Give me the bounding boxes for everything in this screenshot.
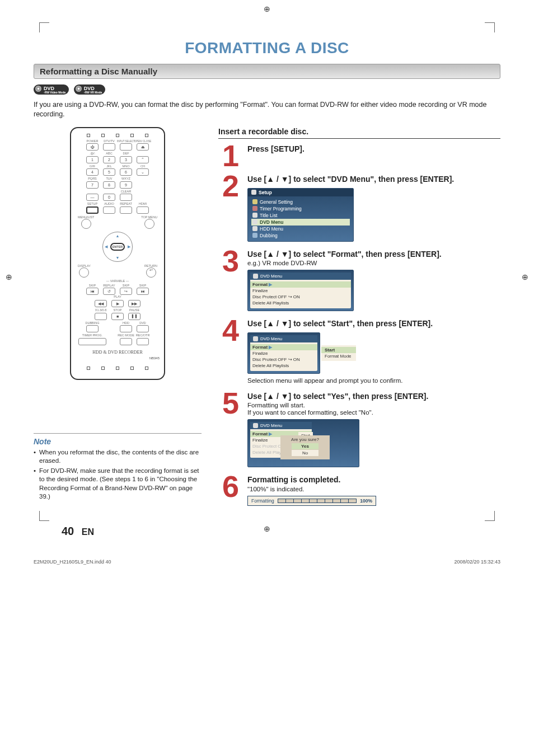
step-number: 4: [218, 319, 243, 384]
step-title: Press [SETUP].: [247, 144, 500, 154]
step-number: 1: [218, 144, 243, 167]
crop-mark-icon: ⊕: [522, 273, 528, 281]
nav-pad: ENTER ▲▼◀▶: [102, 232, 133, 262]
crop-mark-icon: ⊕: [6, 273, 12, 281]
enter-button: ENTER: [110, 243, 125, 251]
step-title: Use [▲ / ▼] to select "Yes", then press …: [247, 392, 500, 402]
remote-model: NB345: [76, 356, 160, 360]
dvd-rw-video-badge: DVD -RW Video Mode: [34, 84, 69, 95]
remote-brand: HDD & DVD RECORDER: [76, 350, 160, 355]
confirm-osd: DVD Menu Format ▶ Finalize Disc Protect …: [247, 419, 359, 467]
insert-disc-header: Insert a recordable disc.: [218, 127, 500, 136]
print-metadata: E2M20UD_H2160SL9_EN.indd 40 2008/02/20 1…: [0, 555, 534, 570]
formatting-progress-bar: Formatting 100%: [247, 496, 376, 506]
step-subtitle: e.g.) VR mode DVD-RW: [247, 260, 500, 266]
crop-mark-icon: ⊕: [264, 524, 270, 533]
disc-type-badges: DVD -RW Video Mode DVD -RW VR Mode: [34, 84, 500, 96]
gear-icon: [251, 190, 256, 195]
step-number: 5: [218, 392, 243, 468]
step-1: 1 Press [SETUP].: [218, 144, 500, 167]
crop-corner-icon: [39, 510, 50, 521]
step-subtitle: Formatting will start.: [247, 402, 500, 408]
step-number: 3: [218, 250, 243, 312]
folder-icon: [252, 199, 257, 204]
note-title: Note: [34, 437, 202, 446]
step-4: 4 Use [▲ / ▼] to select "Start", then pr…: [218, 319, 500, 384]
list-icon: [252, 213, 257, 218]
dvd-rw-vr-badge: DVD -RW VR Mode: [74, 84, 106, 95]
step-5: 5 Use [▲ / ▼] to select "Yes", then pres…: [218, 392, 500, 468]
step-title: Use [▲ / ▼] to select "Format", then pre…: [247, 250, 500, 260]
setup-button: [86, 206, 99, 214]
step-number: 6: [218, 475, 243, 506]
note-item: When you reformat the disc, the contents…: [34, 448, 202, 466]
hdd-icon: [252, 226, 257, 231]
dvd-menu-start-osd: DVD Menu Format ▶ Finalize Disc Protect …: [247, 332, 320, 374]
step-title: Formatting is completed.: [247, 475, 500, 485]
disc-icon: [253, 423, 258, 428]
note-item: For DVD-RW, make sure that the recording…: [34, 467, 202, 501]
section-header: Reformatting a Disc Manually: [34, 64, 500, 79]
dubbing-icon: [252, 233, 257, 238]
crop-corner-icon: [484, 510, 495, 521]
step-title: Use [▲ / ▼] to select "Start", then pres…: [247, 319, 500, 329]
dvd-menu-osd: DVD Menu Format ▶ Finalize Disc Protect …: [247, 270, 354, 311]
page-title: FORMATTING A DISC: [34, 39, 500, 57]
crop-corner-icon: [484, 22, 495, 34]
step-after-text: Selection menu will appear and prompt yo…: [247, 377, 500, 384]
page-number: 40: [62, 525, 74, 537]
step-2: 2 Use [▲ / ▼] to select "DVD Menu", then…: [218, 175, 500, 242]
note-box: Note When you reformat the disc, the con…: [34, 433, 202, 501]
intro-text: If you are using a DVD-RW, you can forma…: [34, 100, 500, 119]
start-panel: Start Format Mode: [321, 345, 356, 361]
step-number: 2: [218, 175, 243, 242]
source-file: E2M20UD_H2160SL9_EN.indd 40: [34, 559, 111, 565]
step-6: 6 Formatting is completed. "100%" is ind…: [218, 475, 500, 506]
timer-icon: [252, 206, 257, 211]
setup-menu-osd: Setup General Setting Timer Programming …: [247, 188, 354, 242]
disc-icon: [253, 336, 258, 341]
print-timestamp: 2008/02/20 15:32:43: [454, 559, 500, 565]
step-title: Use [▲ / ▼] to select "DVD Menu", then p…: [247, 175, 500, 185]
step-subtitle: If you want to cancel formatting, select…: [247, 409, 500, 416]
crop-corner-icon: [39, 22, 50, 34]
step-subtitle: "100%" is indicated.: [247, 486, 500, 492]
step-3: 3 Use [▲ / ▼] to select "Format", then p…: [218, 250, 500, 312]
remote-control-illustration: POWER⏻ DTV/TV INPUT SELECT OPEN/ CLOSE⏏ …: [70, 127, 165, 380]
crop-mark-icon: ⊕: [264, 4, 270, 13]
disc-icon: [253, 274, 258, 279]
confirm-dialog: Are you sure? Yes No: [280, 435, 330, 459]
disc-icon: [252, 219, 257, 224]
page-language: EN: [82, 527, 94, 537]
